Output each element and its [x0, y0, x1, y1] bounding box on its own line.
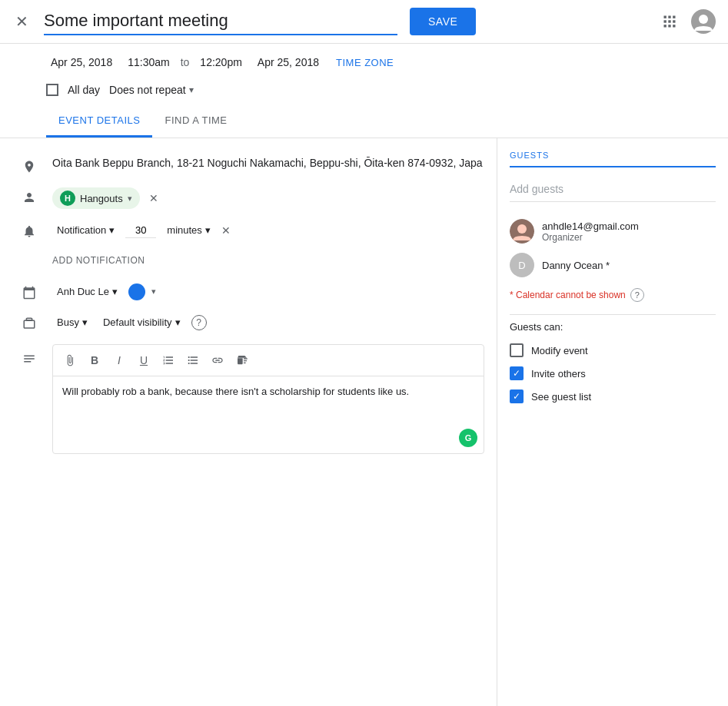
allday-label: All day: [68, 84, 100, 96]
person-icon: [18, 191, 40, 204]
datetime-row: Apr 25, 2018 11:30am to 12:20pm Apr 25, …: [0, 44, 728, 81]
repeat-chevron-icon: ▾: [189, 85, 194, 95]
notification-type-label: Notification: [57, 224, 106, 236]
calendar-name-dropdown[interactable]: Anh Duc Le ▾: [52, 283, 122, 300]
svg-rect-8: [673, 25, 675, 27]
svg-point-12: [517, 224, 527, 234]
invite-others-label: Invite others: [531, 368, 586, 380]
video-call-content: H Hangouts ▾ ✕: [52, 187, 484, 209]
guest-danny-avatar: D: [510, 253, 534, 277]
apps-icon[interactable]: [657, 9, 682, 34]
permission-modify: Modify event: [510, 339, 716, 362]
status-controls: Busy ▾ Default visibility ▾ ?: [52, 313, 207, 331]
remove-format-button[interactable]: [231, 350, 253, 371]
briefcase-icon: [18, 317, 40, 330]
svg-rect-1: [668, 16, 670, 18]
calendar-chevron-icon: ▾: [112, 286, 118, 297]
organizer-role: Organizer: [542, 232, 716, 243]
event-title-input[interactable]: [44, 8, 397, 35]
guest-danny-info: Danny Ocean *: [542, 260, 716, 271]
location-row: [0, 151, 497, 181]
organizer-info: anhdle14@gmail.com Organizer: [542, 220, 716, 243]
notification-unit-chevron-icon: ▾: [205, 224, 211, 236]
top-right-icons: [657, 9, 716, 34]
save-button[interactable]: SAVE: [410, 8, 476, 35]
bold-button[interactable]: B: [84, 350, 105, 371]
visibility-label: Default visibility: [103, 317, 172, 328]
ordered-list-button[interactable]: [158, 350, 179, 371]
notification-unit-dropdown[interactable]: minutes ▾: [162, 221, 215, 239]
hangouts-close-button[interactable]: ✕: [149, 192, 158, 204]
attachment-button[interactable]: [59, 350, 81, 371]
svg-rect-5: [673, 20, 675, 22]
italic-button[interactable]: I: [108, 350, 130, 371]
notification-value-input[interactable]: [125, 223, 156, 238]
close-button[interactable]: ✕: [12, 9, 32, 34]
notification-type-chevron-icon: ▾: [109, 224, 115, 236]
svg-rect-7: [668, 25, 670, 27]
invite-others-checkbox[interactable]: [510, 366, 524, 380]
see-guest-list-label: See guest list: [531, 391, 591, 403]
svg-rect-6: [664, 25, 667, 27]
start-date-button[interactable]: Apr 25, 2018: [46, 53, 117, 71]
description-content: B I U: [52, 344, 484, 454]
location-content: [52, 157, 484, 169]
location-input[interactable]: [52, 157, 484, 169]
tabs-row: EVENT DETAILS FIND A TIME: [0, 105, 728, 138]
calendar-name-label: Anh Duc Le: [57, 286, 109, 297]
calendar-selector: Anh Duc Le ▾ ▾: [52, 283, 156, 300]
modify-event-checkbox[interactable]: [510, 343, 524, 357]
status-row: Busy ▾ Default visibility ▾ ?: [0, 307, 497, 338]
bullet-list-button[interactable]: [182, 350, 204, 371]
modify-event-label: Modify event: [531, 345, 588, 356]
permission-invite: Invite others: [510, 362, 716, 385]
notification-content: Notification ▾ minutes ▾ ✕: [52, 221, 484, 239]
add-notification-button[interactable]: ADD NOTIFICATION: [52, 252, 145, 269]
link-button[interactable]: [207, 350, 228, 371]
description-editor: B I U: [52, 344, 484, 454]
add-notification-row: ADD NOTIFICATION: [0, 246, 497, 277]
guest-danny: D Danny Ocean *: [510, 248, 716, 282]
calendar-color-button[interactable]: [128, 283, 145, 300]
calendar-note-help-icon[interactable]: ?: [630, 288, 644, 302]
guests-can-label: Guests can:: [510, 321, 716, 333]
guest-danny-initials: D: [510, 253, 534, 277]
tab-find-a-time[interactable]: FIND A TIME: [152, 105, 239, 138]
notification-type-dropdown[interactable]: Notification ▾: [52, 221, 119, 239]
description-text-area[interactable]: Will probably rob a bank, because there …: [53, 376, 484, 453]
svg-rect-0: [664, 16, 667, 18]
end-time-button[interactable]: 12:20pm: [195, 53, 246, 71]
see-guest-list-checkbox[interactable]: [510, 389, 524, 403]
account-icon[interactable]: [691, 9, 716, 34]
permission-see-list: See guest list: [510, 385, 716, 408]
timezone-button[interactable]: TIME ZONE: [336, 57, 394, 68]
allday-checkbox[interactable]: [46, 84, 58, 96]
calendar-color-chevron-icon[interactable]: ▾: [151, 287, 156, 297]
status-help-icon[interactable]: ?: [191, 315, 207, 330]
allday-row: All day Does not repeat ▾: [0, 81, 728, 105]
calendar-content: Anh Duc Le ▾ ▾: [52, 283, 484, 300]
right-panel: GUESTS anhdle14@gmail.com Organizer D: [497, 138, 728, 706]
main-content: H Hangouts ▾ ✕ Notification ▾: [0, 138, 728, 706]
end-date-button[interactable]: Apr 25, 2018: [253, 53, 324, 71]
visibility-chevron-icon: ▾: [175, 317, 181, 328]
guest-organizer: anhdle14@gmail.com Organizer: [510, 214, 716, 248]
visibility-dropdown[interactable]: Default visibility ▾: [98, 313, 185, 331]
svg-point-10: [699, 15, 708, 24]
notification-remove-button[interactable]: ✕: [221, 224, 231, 237]
description-row: B I U: [0, 338, 497, 460]
calendar-icon: [18, 286, 40, 300]
add-notification-content: ADD NOTIFICATION: [52, 252, 484, 269]
description-icon: [18, 352, 40, 366]
tab-event-details[interactable]: EVENT DETAILS: [46, 105, 152, 138]
start-time-button[interactable]: 11:30am: [123, 53, 174, 71]
calendar-note: * Calendar cannot be shown ?: [510, 288, 716, 302]
svg-rect-2: [673, 16, 675, 18]
underline-button[interactable]: U: [133, 350, 155, 371]
add-guests-input[interactable]: [510, 177, 716, 202]
hangouts-chip[interactable]: H Hangouts ▾: [52, 187, 140, 209]
svg-rect-4: [668, 20, 670, 22]
repeat-dropdown[interactable]: Does not repeat ▾: [109, 84, 194, 96]
to-label: to: [181, 56, 190, 68]
status-dropdown[interactable]: Busy ▾: [52, 313, 92, 331]
